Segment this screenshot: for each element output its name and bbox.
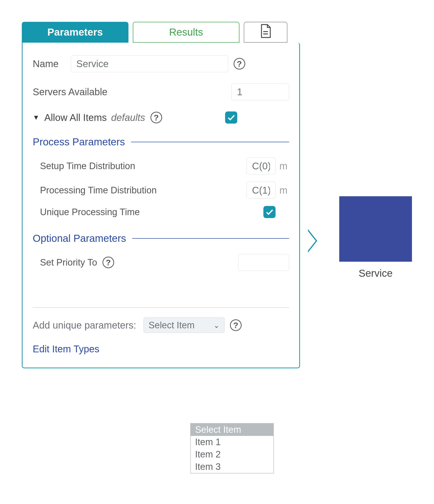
set-priority-input[interactable]	[238, 254, 289, 271]
select-item-dropdown-list: Select Item Item 1 Item 2 Item 3	[190, 423, 274, 473]
setup-time-label: Setup Time Distribution	[40, 161, 135, 171]
check-icon	[265, 208, 274, 216]
dropdown-option[interactable]: Select Item	[191, 423, 273, 436]
add-unique-parameters-label: Add unique parameters:	[33, 320, 136, 331]
name-input[interactable]	[71, 55, 228, 72]
document-icon	[260, 24, 272, 40]
section-rule	[132, 238, 289, 239]
unique-processing-time-checkbox[interactable]	[263, 206, 276, 218]
chevron-down-icon: ▼	[33, 114, 39, 121]
processing-time-label: Processing Time Distribution	[40, 185, 157, 196]
processing-time-input[interactable]	[246, 182, 276, 199]
section-rule	[131, 142, 289, 142]
select-item-dropdown[interactable]: Select Item ⌄	[144, 317, 225, 333]
process-parameters-header: Process Parameters	[33, 136, 289, 148]
edit-item-types-link[interactable]: Edit Item Types	[33, 344, 289, 354]
tab-results[interactable]: Results	[133, 22, 239, 43]
tab-parameters-label: Parameters	[47, 27, 103, 38]
setup-time-unit: m	[279, 161, 289, 171]
dropdown-option[interactable]: Item 1	[191, 436, 273, 448]
tab-document[interactable]	[244, 22, 287, 43]
setup-time-input[interactable]	[246, 158, 276, 174]
dropdown-option[interactable]: Item 2	[191, 448, 273, 461]
help-icon[interactable]: ?	[230, 319, 242, 331]
allow-all-items-collapser[interactable]: ▼ Allow All Items defaults ?	[33, 111, 289, 124]
help-icon[interactable]: ?	[102, 257, 114, 268]
allow-all-items-label: Allow All Items	[44, 112, 107, 123]
tab-results-label: Results	[169, 27, 203, 38]
processing-time-unit: m	[279, 185, 289, 196]
select-item-placeholder: Select Item	[149, 320, 195, 331]
unique-processing-time-label: Unique Processing Time	[40, 207, 140, 217]
servers-available-label: Servers Available	[33, 87, 107, 97]
tab-parameters[interactable]: Parameters	[22, 22, 128, 43]
check-icon	[227, 113, 235, 122]
help-icon[interactable]: ?	[151, 112, 162, 123]
name-label: Name	[33, 58, 59, 69]
service-node[interactable]: Service	[339, 196, 412, 279]
panel-footer: Add unique parameters: Select Item ⌄ ? E…	[33, 307, 289, 368]
servers-available-input[interactable]	[231, 83, 289, 100]
optional-parameters-title: Optional Parameters	[33, 233, 126, 244]
help-icon[interactable]: ?	[234, 58, 245, 70]
defaults-note: defaults	[111, 112, 145, 123]
parameters-panel: Name ? Servers Available ▼ Allow All Ite…	[22, 43, 300, 368]
tab-bar: Parameters Results	[22, 22, 412, 43]
service-node-shape	[339, 196, 412, 262]
allow-all-items-checkbox[interactable]	[225, 111, 237, 124]
set-priority-label: Set Priority To	[40, 257, 97, 268]
dropdown-option[interactable]: Item 3	[191, 461, 273, 473]
optional-parameters-header: Optional Parameters	[33, 233, 289, 244]
chevron-down-icon: ⌄	[214, 321, 219, 330]
service-node-caption: Service	[339, 268, 412, 279]
process-parameters-title: Process Parameters	[33, 136, 125, 148]
